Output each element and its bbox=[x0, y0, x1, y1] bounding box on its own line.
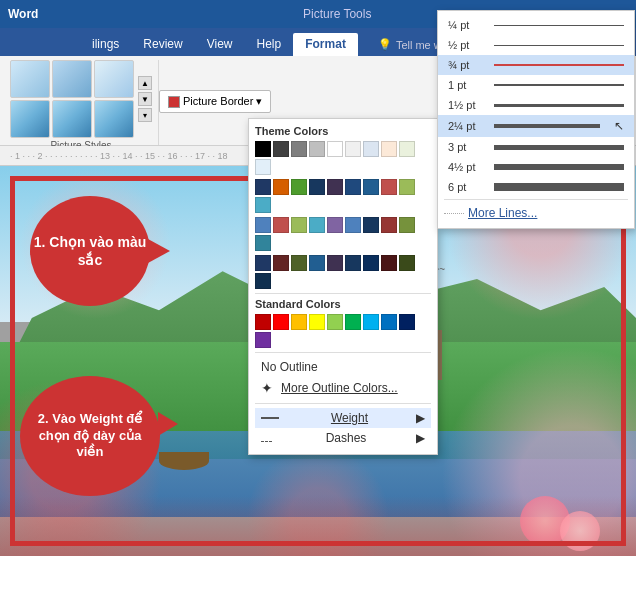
weight-15pt[interactable]: 1½ pt bbox=[438, 95, 634, 115]
weight-05pt[interactable]: ½ pt bbox=[438, 35, 634, 55]
sc-red[interactable] bbox=[273, 314, 289, 330]
theme-color-white[interactable] bbox=[327, 141, 343, 157]
weight-line-05 bbox=[494, 45, 624, 46]
lightbulb-icon: 💡 bbox=[378, 38, 392, 51]
tc-10[interactable] bbox=[255, 197, 271, 213]
theme-color-blue2[interactable] bbox=[255, 159, 271, 175]
dashes-icon bbox=[261, 434, 272, 442]
tc-19[interactable] bbox=[399, 217, 415, 233]
ruler-marks: · 1 · · · 2 · · · · · · · · · · · 13 · ·… bbox=[10, 151, 228, 161]
sc-orange[interactable] bbox=[291, 314, 307, 330]
tc-6[interactable] bbox=[345, 179, 361, 195]
tc-2[interactable] bbox=[273, 179, 289, 195]
tc-5[interactable] bbox=[327, 179, 343, 195]
weight-075pt[interactable]: ¾ pt bbox=[438, 55, 634, 75]
tc-16[interactable] bbox=[345, 217, 361, 233]
theme-color-light[interactable] bbox=[345, 141, 361, 157]
weight-label-025: ¼ pt bbox=[448, 19, 484, 31]
sc-light-blue[interactable] bbox=[363, 314, 379, 330]
scroll-up-arrow[interactable]: ▲ bbox=[138, 76, 152, 90]
weight-label-3: 3 pt bbox=[448, 141, 484, 153]
tab-review[interactable]: Review bbox=[131, 33, 194, 56]
weight-label-05: ½ pt bbox=[448, 39, 484, 51]
picture-styles-section: ▲ ▼ ▾ Picture Styles bbox=[4, 60, 159, 145]
more-outline-item[interactable]: ✦ More Outline Colors... bbox=[255, 377, 431, 399]
weight-line-1 bbox=[494, 84, 624, 86]
picture-border-dropdown: Theme Colors bbox=[248, 118, 438, 455]
tab-view[interactable]: View bbox=[195, 33, 245, 56]
more-lines-label: More Lines... bbox=[468, 206, 537, 220]
weight-label-075: ¾ pt bbox=[448, 59, 484, 71]
standard-colors-grid bbox=[255, 314, 431, 348]
sc-green[interactable] bbox=[345, 314, 361, 330]
sc-yellow[interactable] bbox=[309, 314, 325, 330]
theme-color-blue1[interactable] bbox=[363, 141, 379, 157]
tc-14[interactable] bbox=[309, 217, 325, 233]
tc-11[interactable] bbox=[255, 217, 271, 233]
tc-22[interactable] bbox=[273, 255, 289, 271]
dashes-arrow: ▶ bbox=[416, 431, 425, 445]
tab-help[interactable]: Help bbox=[245, 33, 294, 56]
more-lines-button[interactable]: More Lines... bbox=[438, 202, 634, 224]
tc-9[interactable] bbox=[399, 179, 415, 195]
word-label: Word bbox=[8, 7, 38, 21]
tc-3[interactable] bbox=[291, 179, 307, 195]
tc-13[interactable] bbox=[291, 217, 307, 233]
pic-thumb-2[interactable] bbox=[52, 60, 92, 98]
weight-1pt[interactable]: 1 pt bbox=[438, 75, 634, 95]
pic-thumb-6[interactable] bbox=[94, 100, 134, 138]
weight-6pt[interactable]: 6 pt bbox=[438, 177, 634, 197]
tc-28[interactable] bbox=[381, 255, 397, 271]
standard-colors-title: Standard Colors bbox=[255, 298, 431, 310]
pic-thumb-4[interactable] bbox=[10, 100, 50, 138]
theme-color-dark1[interactable] bbox=[273, 141, 289, 157]
tc-4[interactable] bbox=[309, 179, 325, 195]
tc-8[interactable] bbox=[381, 179, 397, 195]
tc-21[interactable] bbox=[255, 255, 271, 271]
sc-dark-blue[interactable] bbox=[399, 314, 415, 330]
pic-thumb-1[interactable] bbox=[10, 60, 50, 98]
theme-colors-grid-2 bbox=[255, 179, 431, 213]
tc-1[interactable] bbox=[255, 179, 271, 195]
tc-23[interactable] bbox=[291, 255, 307, 271]
tab-format[interactable]: Format bbox=[293, 33, 358, 56]
weight-45pt[interactable]: 4½ pt bbox=[438, 157, 634, 177]
pic-thumb-3[interactable] bbox=[94, 60, 134, 98]
tc-15[interactable] bbox=[327, 217, 343, 233]
tc-20[interactable] bbox=[255, 235, 271, 251]
sc-dark-red[interactable] bbox=[255, 314, 271, 330]
tc-12[interactable] bbox=[273, 217, 289, 233]
scroll-more-arrow[interactable]: ▾ bbox=[138, 108, 152, 122]
tc-26[interactable] bbox=[345, 255, 361, 271]
tab-filings[interactable]: ilings bbox=[80, 33, 131, 56]
theme-color-green1[interactable] bbox=[399, 141, 415, 157]
theme-color-black[interactable] bbox=[255, 141, 271, 157]
weight-3pt[interactable]: 3 pt bbox=[438, 137, 634, 157]
pic-thumb-5[interactable] bbox=[52, 100, 92, 138]
dashes-item[interactable]: Dashes ▶ bbox=[255, 428, 431, 448]
sc-blue[interactable] bbox=[381, 314, 397, 330]
theme-color-gray1[interactable] bbox=[291, 141, 307, 157]
sc-purple[interactable] bbox=[255, 332, 271, 348]
picture-border-button[interactable]: Picture Border ▾ bbox=[159, 90, 271, 113]
scroll-down-arrow[interactable]: ▼ bbox=[138, 92, 152, 106]
weight-arrow: ▶ bbox=[416, 411, 425, 425]
tc-25[interactable] bbox=[327, 255, 343, 271]
tc-24[interactable] bbox=[309, 255, 325, 271]
tc-27[interactable] bbox=[363, 255, 379, 271]
tc-29[interactable] bbox=[399, 255, 415, 271]
weight-line-225 bbox=[494, 124, 600, 128]
no-outline-item[interactable]: No Outline bbox=[255, 357, 431, 377]
weight-label-225: 2¼ pt bbox=[448, 120, 484, 132]
tc-17[interactable] bbox=[363, 217, 379, 233]
theme-color-orange1[interactable] bbox=[381, 141, 397, 157]
sc-light-green[interactable] bbox=[327, 314, 343, 330]
tc-7[interactable] bbox=[363, 179, 379, 195]
tc-18[interactable] bbox=[381, 217, 397, 233]
tc-30[interactable] bbox=[255, 273, 271, 289]
weight-item[interactable]: Weight ▶ bbox=[255, 408, 431, 428]
border-color-swatch bbox=[168, 96, 180, 108]
weight-225pt[interactable]: 2¼ pt ↖ bbox=[438, 115, 634, 137]
theme-color-gray2[interactable] bbox=[309, 141, 325, 157]
weight-025pt[interactable]: ¼ pt bbox=[438, 15, 634, 35]
